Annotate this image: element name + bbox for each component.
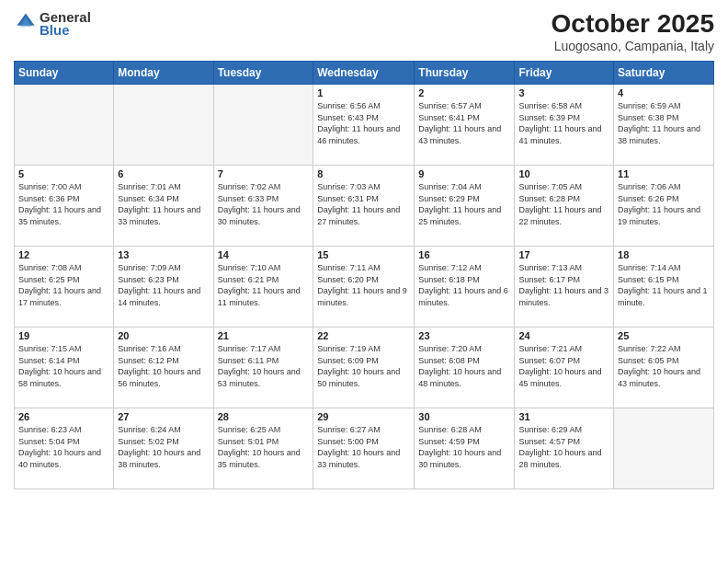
calendar-cell: 6Sunrise: 7:01 AM Sunset: 6:34 PM Daylig… bbox=[114, 166, 213, 247]
calendar-cell: 8Sunrise: 7:03 AM Sunset: 6:31 PM Daylig… bbox=[313, 166, 415, 247]
calendar-cell: 9Sunrise: 7:04 AM Sunset: 6:29 PM Daylig… bbox=[415, 166, 515, 247]
day-info: Sunrise: 7:02 AM Sunset: 6:33 PM Dayligh… bbox=[218, 181, 310, 227]
logo-icon bbox=[16, 12, 36, 32]
calendar-cell: 1Sunrise: 6:56 AM Sunset: 6:43 PM Daylig… bbox=[313, 85, 415, 166]
col-monday: Monday bbox=[114, 62, 213, 85]
day-info: Sunrise: 6:58 AM Sunset: 6:39 PM Dayligh… bbox=[518, 100, 609, 146]
day-info: Sunrise: 7:15 AM Sunset: 6:14 PM Dayligh… bbox=[18, 343, 109, 389]
day-info: Sunrise: 6:27 AM Sunset: 5:00 PM Dayligh… bbox=[317, 424, 410, 470]
day-number: 11 bbox=[618, 168, 710, 179]
day-info: Sunrise: 7:21 AM Sunset: 6:07 PM Dayligh… bbox=[518, 343, 609, 389]
calendar-table: Sunday Monday Tuesday Wednesday Thursday… bbox=[14, 61, 714, 489]
day-number: 15 bbox=[317, 249, 410, 260]
calendar-cell: 7Sunrise: 7:02 AM Sunset: 6:33 PM Daylig… bbox=[213, 166, 313, 247]
day-number: 25 bbox=[618, 330, 710, 341]
day-number: 6 bbox=[118, 168, 209, 179]
day-info: Sunrise: 7:16 AM Sunset: 6:12 PM Dayligh… bbox=[118, 343, 209, 389]
day-number: 12 bbox=[18, 249, 109, 260]
day-number: 3 bbox=[518, 87, 609, 98]
calendar-cell: 16Sunrise: 7:12 AM Sunset: 6:18 PM Dayli… bbox=[415, 247, 515, 327]
day-number: 18 bbox=[618, 249, 710, 260]
calendar-cell: 19Sunrise: 7:15 AM Sunset: 6:14 PM Dayli… bbox=[15, 327, 114, 408]
day-info: Sunrise: 6:25 AM Sunset: 5:01 PM Dayligh… bbox=[218, 424, 310, 470]
day-info: Sunrise: 7:00 AM Sunset: 6:36 PM Dayligh… bbox=[18, 181, 109, 227]
day-info: Sunrise: 7:19 AM Sunset: 6:09 PM Dayligh… bbox=[317, 343, 410, 389]
col-sunday: Sunday bbox=[15, 62, 114, 85]
calendar-cell bbox=[614, 408, 714, 489]
day-number: 28 bbox=[218, 411, 310, 422]
calendar-cell: 25Sunrise: 7:22 AM Sunset: 6:05 PM Dayli… bbox=[614, 327, 714, 408]
day-number: 29 bbox=[317, 411, 410, 422]
day-info: Sunrise: 7:22 AM Sunset: 6:05 PM Dayligh… bbox=[618, 343, 710, 389]
day-info: Sunrise: 7:06 AM Sunset: 6:26 PM Dayligh… bbox=[618, 181, 710, 227]
calendar-cell: 13Sunrise: 7:09 AM Sunset: 6:23 PM Dayli… bbox=[114, 247, 213, 327]
day-number: 21 bbox=[218, 330, 310, 341]
day-info: Sunrise: 6:56 AM Sunset: 6:43 PM Dayligh… bbox=[317, 100, 410, 146]
day-info: Sunrise: 6:57 AM Sunset: 6:41 PM Dayligh… bbox=[418, 100, 510, 146]
col-wednesday: Wednesday bbox=[313, 62, 415, 85]
day-info: Sunrise: 7:01 AM Sunset: 6:34 PM Dayligh… bbox=[118, 181, 209, 227]
day-info: Sunrise: 6:29 AM Sunset: 4:57 PM Dayligh… bbox=[518, 424, 609, 470]
day-info: Sunrise: 7:09 AM Sunset: 6:23 PM Dayligh… bbox=[118, 262, 209, 308]
day-info: Sunrise: 7:12 AM Sunset: 6:18 PM Dayligh… bbox=[418, 262, 510, 308]
calendar-cell bbox=[15, 85, 114, 166]
calendar-week-4: 19Sunrise: 7:15 AM Sunset: 6:14 PM Dayli… bbox=[15, 327, 714, 408]
day-info: Sunrise: 7:05 AM Sunset: 6:28 PM Dayligh… bbox=[518, 181, 609, 227]
day-number: 2 bbox=[418, 87, 510, 98]
day-number: 10 bbox=[518, 168, 609, 179]
day-info: Sunrise: 7:03 AM Sunset: 6:31 PM Dayligh… bbox=[317, 181, 410, 227]
calendar-cell: 17Sunrise: 7:13 AM Sunset: 6:17 PM Dayli… bbox=[515, 247, 614, 327]
day-info: Sunrise: 6:23 AM Sunset: 5:04 PM Dayligh… bbox=[18, 424, 109, 470]
page: General Blue October 2025 Luogosano, Cam… bbox=[0, 0, 728, 563]
calendar-cell: 24Sunrise: 7:21 AM Sunset: 6:07 PM Dayli… bbox=[515, 327, 614, 408]
calendar-cell: 3Sunrise: 6:58 AM Sunset: 6:39 PM Daylig… bbox=[515, 85, 614, 166]
day-number: 30 bbox=[418, 411, 510, 422]
day-number: 13 bbox=[118, 249, 209, 260]
header: General Blue October 2025 Luogosano, Cam… bbox=[14, 9, 714, 53]
calendar-cell: 20Sunrise: 7:16 AM Sunset: 6:12 PM Dayli… bbox=[114, 327, 213, 408]
calendar-cell: 29Sunrise: 6:27 AM Sunset: 5:00 PM Dayli… bbox=[313, 408, 415, 489]
calendar-cell: 5Sunrise: 7:00 AM Sunset: 6:36 PM Daylig… bbox=[15, 166, 114, 247]
calendar-cell bbox=[213, 85, 313, 166]
calendar-cell: 31Sunrise: 6:29 AM Sunset: 4:57 PM Dayli… bbox=[515, 408, 614, 489]
day-info: Sunrise: 7:13 AM Sunset: 6:17 PM Dayligh… bbox=[518, 262, 609, 308]
calendar-week-2: 5Sunrise: 7:00 AM Sunset: 6:36 PM Daylig… bbox=[15, 166, 714, 247]
day-number: 20 bbox=[118, 330, 209, 341]
calendar-cell: 27Sunrise: 6:24 AM Sunset: 5:02 PM Dayli… bbox=[114, 408, 213, 489]
col-friday: Friday bbox=[515, 62, 614, 85]
day-number: 5 bbox=[18, 168, 109, 179]
day-number: 27 bbox=[118, 411, 209, 422]
day-info: Sunrise: 7:20 AM Sunset: 6:08 PM Dayligh… bbox=[418, 343, 510, 389]
calendar-cell: 2Sunrise: 6:57 AM Sunset: 6:41 PM Daylig… bbox=[415, 85, 515, 166]
day-number: 23 bbox=[418, 330, 510, 341]
calendar-cell: 23Sunrise: 7:20 AM Sunset: 6:08 PM Dayli… bbox=[415, 327, 515, 408]
calendar-cell: 12Sunrise: 7:08 AM Sunset: 6:25 PM Dayli… bbox=[15, 247, 114, 327]
day-number: 4 bbox=[618, 87, 710, 98]
day-number: 9 bbox=[418, 168, 510, 179]
calendar-week-5: 26Sunrise: 6:23 AM Sunset: 5:04 PM Dayli… bbox=[15, 408, 714, 489]
day-number: 7 bbox=[218, 168, 310, 179]
title-block: October 2025 Luogosano, Campania, Italy bbox=[552, 9, 714, 53]
calendar-cell: 26Sunrise: 6:23 AM Sunset: 5:04 PM Dayli… bbox=[15, 408, 114, 489]
calendar-cell: 28Sunrise: 6:25 AM Sunset: 5:01 PM Dayli… bbox=[213, 408, 313, 489]
calendar-cell: 10Sunrise: 7:05 AM Sunset: 6:28 PM Dayli… bbox=[515, 166, 614, 247]
day-number: 24 bbox=[518, 330, 609, 341]
calendar-cell: 4Sunrise: 6:59 AM Sunset: 6:38 PM Daylig… bbox=[614, 85, 714, 166]
day-info: Sunrise: 7:04 AM Sunset: 6:29 PM Dayligh… bbox=[418, 181, 510, 227]
calendar-week-3: 12Sunrise: 7:08 AM Sunset: 6:25 PM Dayli… bbox=[15, 247, 714, 327]
col-thursday: Thursday bbox=[415, 62, 515, 85]
day-info: Sunrise: 6:59 AM Sunset: 6:38 PM Dayligh… bbox=[618, 100, 710, 146]
calendar-cell: 30Sunrise: 6:28 AM Sunset: 4:59 PM Dayli… bbox=[415, 408, 515, 489]
day-info: Sunrise: 7:14 AM Sunset: 6:15 PM Dayligh… bbox=[618, 262, 710, 308]
calendar-header-row: Sunday Monday Tuesday Wednesday Thursday… bbox=[15, 62, 714, 85]
calendar-title: October 2025 bbox=[552, 9, 714, 39]
day-number: 17 bbox=[518, 249, 609, 260]
logo: General Blue bbox=[14, 9, 91, 38]
day-info: Sunrise: 7:17 AM Sunset: 6:11 PM Dayligh… bbox=[218, 343, 310, 389]
day-number: 14 bbox=[218, 249, 310, 260]
calendar-cell: 11Sunrise: 7:06 AM Sunset: 6:26 PM Dayli… bbox=[614, 166, 714, 247]
calendar-cell: 18Sunrise: 7:14 AM Sunset: 6:15 PM Dayli… bbox=[614, 247, 714, 327]
calendar-cell: 15Sunrise: 7:11 AM Sunset: 6:20 PM Dayli… bbox=[313, 247, 415, 327]
day-info: Sunrise: 7:08 AM Sunset: 6:25 PM Dayligh… bbox=[18, 262, 109, 308]
day-number: 19 bbox=[18, 330, 109, 341]
